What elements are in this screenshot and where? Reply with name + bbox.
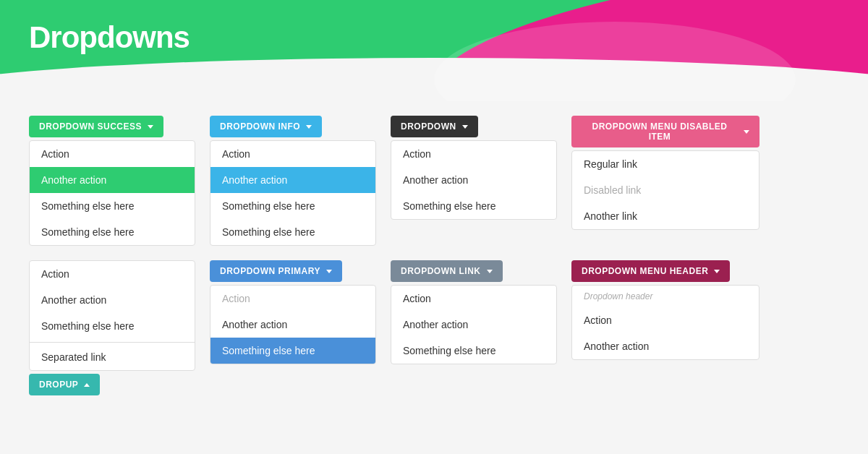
dropdown-dark-label: DROPDOWN [401, 121, 456, 132]
dropdown-item[interactable]: Something else here [391, 193, 556, 219]
dropdown-item[interactable]: Another action [572, 333, 759, 359]
dropdown-success-label: DROPDOWN SUCCESS [39, 121, 142, 132]
dropup-group: DROPUP Action Another action Something e… [29, 260, 195, 395]
caret-icon [306, 125, 312, 129]
wave-overlay [0, 58, 868, 101]
dropdown-item[interactable]: Another action [30, 287, 195, 313]
dropdown-item-disabled: Disabled link [572, 177, 759, 203]
dropdown-header-menu: Dropdown header Action Another action [571, 285, 760, 360]
dropdown-success-group: DROPDOWN SUCCESS Action Another action S… [29, 116, 195, 246]
dropdown-item[interactable]: Regular link [572, 151, 759, 177]
dropdown-item-active[interactable]: Something else here [210, 338, 375, 364]
dropdown-item-disabled: Action [210, 286, 375, 312]
dropdown-disabled-button[interactable]: DROPDOWN MENU DISABLED ITEM [571, 116, 760, 147]
dropdown-item[interactable]: Action [572, 307, 759, 333]
dropdown-info-group: DROPDOWN INFO Action Another action Some… [210, 116, 376, 246]
dropdown-item[interactable]: Another action [210, 312, 375, 338]
content-area: DROPDOWN SUCCESS Action Another action S… [0, 101, 868, 417]
dropdown-item[interactable]: Something else here [30, 313, 195, 339]
dropdown-item[interactable]: Action [391, 141, 556, 167]
dropdown-success-menu: Action Another action Something else her… [29, 140, 195, 246]
dropdown-header-label: DROPDOWN MENU HEADER [582, 266, 708, 276]
dropdown-item[interactable]: Something else here [30, 219, 195, 245]
caret-icon [487, 270, 493, 273]
dropdown-dark-button[interactable]: DROPDOWN [391, 116, 478, 137]
dropdown-info-menu: Action Another action Something else her… [210, 140, 376, 246]
dropup-button[interactable]: DROPUP [29, 374, 100, 395]
caret-icon [326, 270, 332, 273]
dropdown-item[interactable]: Another action [391, 167, 556, 193]
dropdown-info-button[interactable]: DROPDOWN INFO [210, 116, 322, 137]
dropdown-primary-label: DROPDOWN PRIMARY [220, 266, 320, 276]
dropdown-dark-group: DROPDOWN Action Another action Something… [391, 116, 557, 246]
dropdown-header-text: Dropdown header [572, 286, 759, 307]
dropup-menu: Action Another action Something else her… [29, 260, 195, 371]
dropdown-disabled-menu: Regular link Disabled link Another link [571, 150, 760, 230]
dropdown-primary-group: DROPDOWN PRIMARY Action Another action S… [210, 260, 376, 395]
dropdown-success-button[interactable]: DROPDOWN SUCCESS [29, 116, 163, 137]
dropdown-header-button[interactable]: DROPDOWN MENU HEADER [571, 260, 730, 282]
caret-up-icon [84, 383, 90, 387]
dropdown-dark-menu: Action Another action Something else her… [391, 140, 557, 220]
dropdown-item[interactable]: Action [30, 261, 195, 287]
dropdown-item[interactable]: Another action [391, 312, 556, 338]
dropdown-item[interactable]: Action [210, 141, 375, 167]
dropdown-link-button[interactable]: DROPDOWN LINK [391, 260, 503, 282]
dropdown-item-active[interactable]: Another action [30, 167, 195, 193]
caret-icon [714, 270, 720, 273]
caret-icon [148, 125, 153, 129]
dropdown-item-active[interactable]: Another action [210, 167, 375, 193]
dropdown-link-label: DROPDOWN LINK [401, 266, 481, 276]
dropdown-item[interactable]: Something else here [30, 193, 195, 219]
dropdown-item[interactable]: Action [391, 286, 556, 312]
dropdown-item[interactable]: Something else here [210, 219, 375, 245]
dropdown-link-group: DROPDOWN LINK Action Another action Some… [391, 260, 557, 395]
dropdown-link-menu: Action Another action Something else her… [391, 285, 557, 364]
dropdown-disabled-label: DROPDOWN MENU DISABLED ITEM [582, 121, 738, 142]
dropdown-info-label: DROPDOWN INFO [220, 121, 300, 132]
caret-icon [744, 130, 749, 134]
caret-icon [462, 125, 468, 129]
dropup-label: DROPUP [39, 380, 78, 390]
dropdown-item[interactable]: Action [30, 141, 195, 167]
dropdown-primary-menu: Action Another action Something else her… [210, 285, 376, 364]
dropdown-item[interactable]: Something else here [391, 338, 556, 364]
dropdown-item-separated[interactable]: Separated link [30, 342, 195, 370]
dropdown-disabled-group: DROPDOWN MENU DISABLED ITEM Regular link… [571, 116, 760, 246]
dropdown-item[interactable]: Something else here [210, 193, 375, 219]
dropdown-primary-button[interactable]: DROPDOWN PRIMARY [210, 260, 342, 282]
page-title: Dropdowns [29, 20, 190, 55]
dropdown-item[interactable]: Another link [572, 203, 759, 229]
header-background: Dropdowns [0, 0, 868, 101]
dropdown-header-group: DROPDOWN MENU HEADER Dropdown header Act… [571, 260, 760, 395]
